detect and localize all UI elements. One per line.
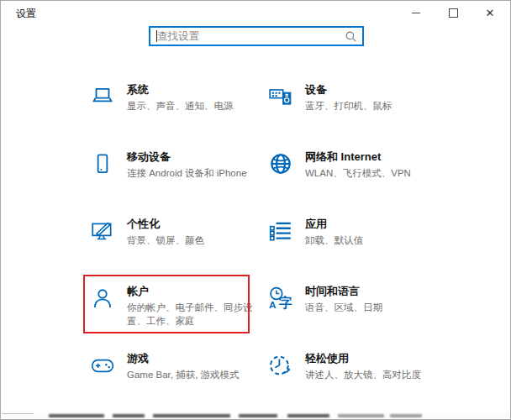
tile-subtitle: 显示、声音、通知、电源 — [127, 99, 234, 113]
tile-title: 应用 — [305, 218, 363, 231]
window-title: 设置 — [16, 7, 36, 21]
tile-gaming[interactable]: 游戏 Game Bar, 捕获, 游戏模式 — [90, 344, 268, 411]
tile-title: 轻松使用 — [305, 352, 421, 365]
tile-title: 个性化 — [127, 218, 204, 231]
tile-title: 网络和 Internet — [305, 150, 411, 164]
tile-system[interactable]: 系统 显示、声音、通知、电源 — [90, 75, 268, 142]
close-icon: ✕ — [486, 8, 495, 18]
close-button[interactable]: ✕ — [471, 1, 508, 24]
maximize-button[interactable] — [435, 1, 471, 24]
tile-accounts[interactable]: 帐户 你的帐户、电子邮件、同步设置、工作、家庭 — [90, 276, 268, 344]
tile-personalization[interactable]: 个性化 背景、锁屏、颜色 — [90, 209, 268, 276]
tile-ease-of-access[interactable]: 轻松使用 讲述人、放大镜、高对比度 — [268, 344, 446, 411]
settings-window: 设置 ✕ 系统 显示、声音、通知、电源 设备 蓝牙、打印机、鼠标 移动设备 连接 — [0, 0, 511, 420]
personalization-icon — [90, 218, 115, 244]
svg-text:字: 字 — [279, 295, 292, 310]
tile-subtitle: 蓝牙、打印机、鼠标 — [305, 99, 392, 113]
apps-list-icon — [268, 218, 293, 244]
tile-apps[interactable]: 应用 卸载、默认值 — [268, 209, 446, 276]
globe-icon — [268, 151, 293, 176]
titlebar: 设置 ✕ — [1, 1, 510, 24]
tile-subtitle: 背景、锁屏、颜色 — [127, 234, 204, 247]
text-caret — [156, 30, 157, 42]
tile-phone[interactable]: 移动设备 连接 Android 设备和 iPhone — [90, 142, 268, 209]
tile-network[interactable]: 网络和 Internet WLAN、飞行模式、VPN — [268, 142, 446, 209]
tile-title: 帐户 — [127, 285, 260, 298]
tile-subtitle: 语音、区域、日期 — [305, 301, 382, 314]
svg-text:A: A — [269, 299, 277, 310]
maximize-icon — [449, 8, 458, 18]
tile-title: 设备 — [305, 83, 392, 97]
tile-subtitle: 你的帐户、电子邮件、同步设置、工作、家庭 — [127, 301, 260, 328]
ease-of-access-icon — [268, 353, 293, 378]
laptop-icon — [90, 84, 115, 109]
person-icon — [90, 286, 115, 311]
search-icon — [345, 31, 356, 42]
tile-title: 游戏 — [127, 352, 240, 365]
minimize-button[interactable] — [398, 1, 435, 24]
tile-subtitle: 连接 Android 设备和 iPhone — [127, 166, 247, 180]
tile-subtitle: 卸载、默认值 — [305, 234, 363, 247]
gamepad-icon — [90, 353, 115, 378]
time-language-icon: 字A — [268, 286, 293, 311]
tile-title: 时间和语言 — [305, 285, 382, 298]
tile-subtitle: 讲述人、放大镜、高对比度 — [305, 368, 421, 381]
tile-title: 移动设备 — [127, 150, 247, 164]
tile-subtitle: Game Bar, 捕获, 游戏模式 — [127, 368, 240, 381]
search-input[interactable] — [150, 28, 362, 45]
tile-devices[interactable]: 设备 蓝牙、打印机、鼠标 — [268, 75, 446, 142]
tile-title: 系统 — [127, 83, 234, 97]
tile-time-language[interactable]: 字A 时间和语言 语音、区域、日期 — [268, 276, 446, 344]
tile-subtitle: WLAN、飞行模式、VPN — [305, 166, 411, 180]
phone-icon — [90, 151, 115, 176]
search-box — [149, 26, 364, 46]
settings-tiles-grid: 系统 显示、声音、通知、电源 设备 蓝牙、打印机、鼠标 移动设备 连接 Andr… — [90, 75, 446, 411]
minimize-icon — [412, 13, 420, 13]
caption-buttons: ✕ — [398, 1, 508, 24]
bottom-screen-artifact — [2, 412, 509, 418]
devices-icon — [268, 84, 293, 109]
